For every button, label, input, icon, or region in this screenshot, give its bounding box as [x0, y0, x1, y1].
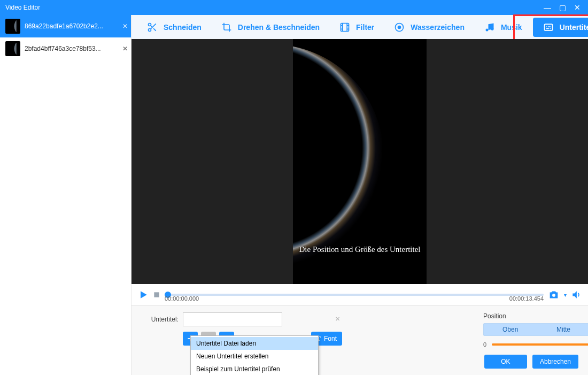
svg-point-11 [485, 28, 488, 31]
position-slider[interactable] [492, 343, 588, 346]
tab-rotate-crop[interactable]: Drehen & Beschneiden [211, 15, 329, 39]
position-segmented: Oben Mitte Unten: [483, 323, 588, 336]
clip-label: 2bfad4bff746a3ce78bf53... [25, 45, 118, 52]
svg-point-0 [149, 23, 151, 26]
video-preview: Die Position und Größe des Untertitel [131, 39, 588, 284]
tab-filter[interactable]: Filter [329, 15, 384, 39]
timeline[interactable]: 00:00:00.000 00:00:13.454 [165, 287, 544, 302]
subtitle-field-label: Untertitel: [141, 316, 179, 323]
tab-label: Schneiden [164, 23, 202, 32]
time-total: 00:00:13.454 [509, 295, 544, 302]
position-group-label: Position [483, 312, 588, 320]
video-frame: Die Position und Größe des Untertitel [293, 39, 427, 284]
tab-label: Wasserzeichen [411, 23, 465, 32]
playback-bar: 00:00:00.000 00:00:13.454 ▾ [131, 284, 588, 305]
clip-sidebar: 869a22badfe1a6702b2e2... ✕ 2bfad4bff746a… [0, 15, 131, 375]
snapshot-button[interactable] [548, 289, 560, 301]
position-slider-min: 0 [483, 341, 486, 348]
clear-input-icon[interactable]: × [335, 314, 340, 323]
clip-remove-icon[interactable]: ✕ [122, 45, 128, 52]
svg-rect-2 [341, 23, 349, 31]
time-current: 00:00:00.000 [165, 295, 199, 302]
svg-point-19 [552, 294, 555, 297]
menu-load-subtitle-file[interactable]: Untertitel Datei laden [191, 337, 318, 350]
tab-watermark[interactable]: Wasserzeichen [384, 15, 474, 39]
add-subtitle-menu: Untertitel Datei laden Neuen Untertitel … [190, 335, 319, 375]
cancel-button[interactable]: Abbrechen [532, 355, 578, 369]
minimize-button[interactable]: — [540, 3, 555, 12]
position-slider-fill [492, 343, 588, 346]
svg-rect-18 [154, 292, 159, 297]
clip-thumbnail [5, 41, 20, 56]
volume-button[interactable] [571, 289, 582, 300]
film-icon [339, 21, 351, 33]
tab-cut[interactable]: Schneiden [137, 15, 211, 39]
planet-crescent-graphic [293, 44, 384, 269]
position-top[interactable]: Oben [484, 324, 537, 335]
position-middle[interactable]: Mitte [537, 324, 588, 335]
clip-remove-icon[interactable]: ✕ [122, 22, 128, 30]
clip-thumbnail [5, 19, 20, 34]
timeline-track[interactable] [165, 294, 544, 296]
titlebar: Video Editor — ▢ ✕ [0, 0, 588, 15]
tab-music[interactable]: Musik [474, 15, 532, 39]
crop-icon [221, 21, 233, 33]
tab-subtitle[interactable]: Untertitel [533, 18, 588, 37]
music-icon [484, 21, 496, 33]
watermark-icon [393, 21, 405, 33]
tab-label: Musik [501, 23, 522, 32]
subtitle-text-input[interactable] [183, 312, 282, 326]
subtitle-icon [543, 21, 554, 33]
maximize-button[interactable]: ▢ [555, 3, 570, 12]
dropdown-caret-icon[interactable]: ▾ [564, 292, 567, 298]
tab-label: Drehen & Beschneiden [238, 23, 320, 32]
window-title: Video Editor [5, 4, 40, 11]
menu-create-new-subtitle[interactable]: Neuen Untertitel erstellen [191, 350, 318, 363]
svg-point-12 [491, 27, 493, 30]
menu-check-subtitle-example[interactable]: Beispiel zum Untertitel prüfen [191, 363, 318, 375]
play-button[interactable] [138, 289, 149, 300]
clip-item[interactable]: 869a22badfe1a6702b2e2... ✕ [0, 15, 131, 37]
svg-point-1 [149, 28, 151, 31]
stop-button[interactable] [153, 291, 160, 299]
clip-label: 869a22badfe1a6702b2e2... [25, 22, 118, 30]
font-button-label: Font [324, 335, 337, 342]
scissors-icon [146, 21, 158, 33]
close-window-button[interactable]: ✕ [570, 3, 585, 12]
svg-point-10 [398, 25, 401, 29]
subtitle-sample-text: Die Position und Größe des Untertitel [293, 245, 427, 254]
editor-toolbar: Schneiden Drehen & Beschneiden [131, 15, 588, 39]
ok-button[interactable]: OK [484, 355, 527, 369]
clip-item[interactable]: 2bfad4bff746a3ce78bf53... ✕ [0, 37, 131, 60]
tab-label: Untertitel [560, 23, 588, 32]
tab-label: Filter [356, 23, 374, 32]
